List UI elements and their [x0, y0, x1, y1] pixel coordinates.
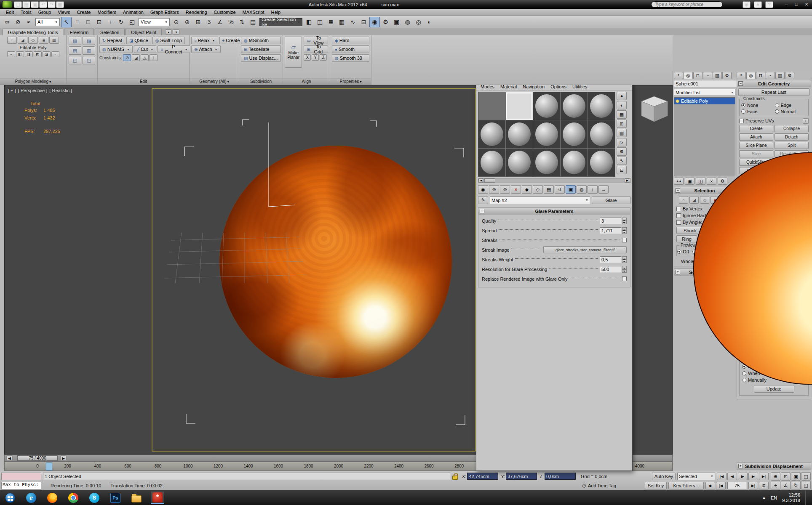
coord-y-field[interactable]: Y: 37,676cm [501, 473, 537, 480]
parameter-checkbox[interactable] [622, 276, 627, 281]
material-sample-slot[interactable] [561, 120, 588, 148]
constraint-face-icon[interactable]: △ [141, 54, 149, 61]
activeshade-icon[interactable]: ◐ [424, 17, 435, 27]
bind-to-space-warp-icon[interactable]: ≈ [24, 17, 34, 27]
parameter-file-button[interactable]: glare_streaks_star_camera_filter.tif [543, 246, 627, 253]
material-sample-slot[interactable] [478, 120, 505, 148]
close-button[interactable]: ✕ [803, 2, 810, 7]
show-shaded-material-in-viewport-icon[interactable]: ▣ [566, 185, 576, 194]
edit-named-selection-sets-icon[interactable]: ▤ [248, 17, 258, 27]
unlink-selection-icon[interactable]: ⊘ [13, 17, 23, 27]
graphite-ribbon-toggle-icon[interactable]: ▦ [337, 17, 347, 27]
selection-lock-icon[interactable] [452, 476, 458, 480]
repeat-last-button[interactable]: Repeat Last [738, 88, 809, 96]
map-type-button[interactable]: Glare [592, 196, 630, 204]
photoshop-icon[interactable]: Ps [109, 492, 122, 504]
chrome-icon[interactable] [67, 492, 80, 504]
remove-modifier-icon[interactable]: × [707, 178, 716, 185]
reset-map-icon[interactable]: × [511, 185, 521, 194]
pan-view-icon[interactable]: + [771, 481, 780, 489]
cut-button[interactable]: ╱Cut▼ [134, 45, 156, 53]
select-by-name-icon[interactable]: ≡ [72, 17, 83, 27]
to-view-button[interactable]: ▭To View [304, 37, 328, 44]
material-sample-slot[interactable] [506, 120, 533, 148]
utilities-tab[interactable]: ⚙ [785, 72, 794, 79]
constraint-radio[interactable]: Face [741, 109, 773, 114]
tessellate-ribbon-button[interactable]: ⊞Tessellate [241, 45, 281, 53]
select-by-material-icon[interactable]: ↖ [617, 157, 627, 165]
sample-uv-tiling-icon[interactable]: ⊞ [617, 120, 627, 128]
zoom-region-icon[interactable]: ◰ [801, 472, 811, 481]
material-sample-slot[interactable] [533, 149, 560, 176]
menu-item[interactable]: Modifiers [94, 10, 120, 15]
viewcube[interactable] [635, 92, 673, 128]
schematic-view-icon[interactable]: ⊟ [358, 17, 369, 27]
vertex-subobject-icon[interactable]: ∴ [679, 196, 688, 204]
pm-tool-6-icon[interactable]: ▫ [51, 51, 59, 57]
current-frame-marker[interactable] [46, 462, 52, 470]
parameter-value-field[interactable]: 1,711 [600, 227, 622, 234]
menu-item[interactable]: Rendering [182, 10, 211, 15]
snaps-toggle-icon[interactable]: 3 [204, 17, 214, 27]
zoom-icon[interactable]: ⊕ [771, 472, 780, 481]
panel-caption[interactable]: Subdivision [239, 78, 283, 85]
previous-key-icon[interactable]: |◀ [716, 482, 726, 489]
maximize-viewport-icon[interactable]: ◱ [801, 481, 811, 489]
put-material-to-scene-icon[interactable]: ⊚ [489, 185, 499, 194]
material-sample-slot[interactable] [561, 149, 588, 176]
relax-ribbon-button[interactable]: ≈Relax▼ [191, 37, 218, 44]
material-sample-slot[interactable] [478, 149, 505, 176]
scroll-right-icon[interactable]: ▶ [625, 178, 630, 183]
parameter-spinner[interactable] [622, 266, 627, 273]
redo-icon[interactable]: ↷ [48, 1, 56, 8]
widget-4-icon[interactable]: ▥ [83, 46, 95, 55]
configure-modifier-sets-icon[interactable]: ⚙ [718, 178, 727, 185]
update-button[interactable]: Update [754, 385, 794, 393]
go-to-parent-icon[interactable]: ↑ [588, 185, 598, 194]
widget-1-icon[interactable]: ▧ [69, 37, 81, 45]
hierarchy-tab[interactable]: ⊓ [693, 72, 702, 79]
constraint-radio[interactable]: None [741, 103, 773, 108]
ribbon-options-icon[interactable]: ▾ [173, 29, 179, 35]
preview-selection-radio[interactable]: Off [677, 249, 689, 254]
pin-stack-icon[interactable]: ⊶ [674, 178, 684, 185]
modifier-stack[interactable]: Editable Poly [674, 97, 735, 176]
constraint-none-icon[interactable]: ⊘ [123, 54, 131, 61]
panel-caption[interactable]: Properties [330, 78, 371, 85]
background-icon[interactable]: ▦ [617, 110, 627, 119]
select-and-move-icon[interactable]: + [105, 17, 115, 27]
rendered-frame-window-icon[interactable]: ▣ [391, 17, 402, 27]
go-to-end-icon[interactable]: ▶| [759, 473, 769, 480]
axis-button[interactable]: Y [312, 54, 319, 61]
preserve-uvs-checkbox[interactable]: Preserve UVs ▫ [738, 117, 809, 124]
modifier-stack-item[interactable]: Editable Poly [674, 98, 735, 104]
render-setup-icon[interactable]: ⚙ [380, 17, 391, 27]
slice-button[interactable]: Slice [739, 150, 773, 157]
material-sample-slot[interactable] [506, 149, 533, 176]
display-tab[interactable]: ▥ [775, 72, 785, 79]
select-and-link-icon[interactable]: ∞ [2, 17, 12, 27]
render-production-icon[interactable]: ◍ [402, 17, 413, 27]
material-sample-slot[interactable] [533, 120, 560, 148]
create-tab[interactable]: * [737, 72, 746, 79]
current-frame-field[interactable]: 75 [727, 482, 747, 489]
axis-button[interactable]: X [304, 54, 311, 61]
element-mode-icon[interactable]: ▦ [49, 37, 59, 44]
p-connect-button[interactable]: ∪P Connect▼ [158, 45, 190, 53]
maxscript-mini-listener[interactable]: Max to Physc: [1, 482, 41, 489]
macro-recorder-field[interactable] [1, 473, 41, 480]
viewport-shading-menu[interactable]: [ Realistic ] [49, 88, 72, 93]
collapse-icon[interactable]: − [480, 209, 484, 213]
select-and-scale-icon[interactable]: ◱ [127, 17, 137, 27]
tray-expand-icon[interactable]: ▲ [762, 496, 766, 500]
menu-item[interactable]: Create [73, 10, 94, 15]
show-end-result-icon[interactable]: ◍ [577, 185, 587, 194]
smooth-button[interactable]: ●Smooth [332, 45, 369, 53]
ribbon-tab[interactable]: Object Paint [126, 29, 162, 35]
collapse-icon[interactable]: − [676, 188, 680, 193]
ribbon-minimize-icon[interactable]: ▴ [165, 29, 172, 35]
edit-geometry-header[interactable]: − Edit Geometry [737, 80, 811, 87]
polygon-mode-icon[interactable]: ■ [39, 37, 48, 44]
max-taskbar-icon[interactable]: * [151, 492, 164, 504]
hierarchy-tab[interactable]: ⊓ [756, 72, 765, 79]
